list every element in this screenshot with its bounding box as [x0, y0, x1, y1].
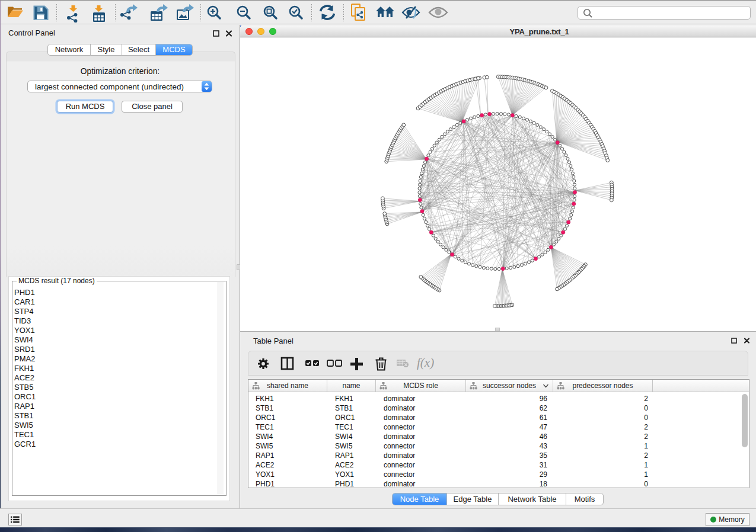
svg-text:f(x): f(x): [417, 355, 434, 370]
